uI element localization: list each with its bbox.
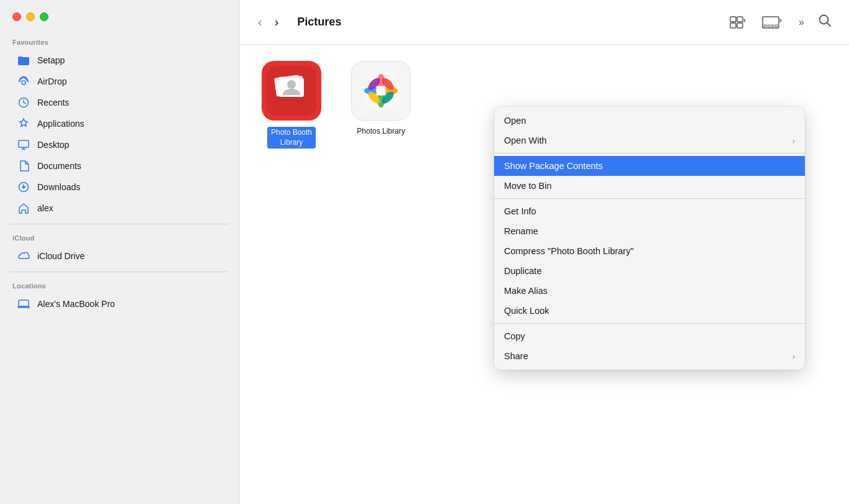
file-photos-label: Photos Library	[357, 127, 405, 135]
svg-rect-14	[771, 25, 774, 27]
sidebar-divider-2	[10, 272, 229, 272]
sidebar-item-macbook-label: Alex's MacBook Pro	[37, 299, 115, 309]
toolbar-nav: ‹ ›	[254, 12, 282, 32]
view-grid-button[interactable]	[727, 13, 749, 32]
svg-rect-4	[19, 140, 29, 147]
sidebar-item-airdrop[interactable]: AirDrop	[5, 71, 234, 91]
context-menu-divider	[494, 153, 805, 153]
sidebar: Favourites Setapp AirDrop	[0, 0, 239, 504]
svg-rect-9	[730, 23, 736, 28]
minimize-button[interactable]	[26, 12, 35, 21]
desktop-icon	[17, 139, 30, 151]
context-menu: OpenOpen With›Show Package ContentsMove …	[494, 107, 805, 370]
maximize-button[interactable]	[40, 12, 48, 21]
svg-rect-10	[737, 23, 743, 28]
photo-booth-icon	[262, 61, 321, 121]
sidebar-item-applications[interactable]: Applications	[5, 114, 234, 134]
svg-point-31	[376, 86, 386, 96]
chevron-right-icon: ›	[792, 136, 795, 145]
context-menu-item-rename[interactable]: Rename	[494, 221, 805, 241]
context-menu-item-label-show-package-contents: Show Package Contents	[504, 161, 603, 171]
file-photo-booth-library[interactable]: Photo BoothLibrary	[254, 60, 329, 149]
sidebar-item-alex[interactable]: alex	[5, 198, 234, 218]
context-menu-divider	[494, 323, 805, 324]
icloud-icon	[17, 250, 30, 262]
documents-icon	[17, 160, 30, 172]
toolbar-title: Pictures	[297, 16, 717, 29]
computer-icon	[17, 298, 30, 310]
photos-icon	[351, 61, 411, 121]
context-menu-item-label-move-to-bin: Move to Bin	[504, 181, 552, 191]
sidebar-section-locations: Locations	[0, 277, 239, 293]
window-controls	[0, 12, 239, 34]
back-button[interactable]: ‹	[254, 12, 266, 32]
context-menu-item-label-duplicate: Duplicate	[504, 266, 541, 276]
sidebar-item-setapp-label: Setapp	[37, 55, 65, 65]
sidebar-item-recents[interactable]: Recents	[5, 93, 234, 112]
sidebar-item-desktop[interactable]: Desktop	[5, 135, 234, 155]
svg-point-21	[287, 80, 296, 89]
svg-point-2	[22, 81, 25, 85]
sidebar-item-desktop-label: Desktop	[37, 140, 69, 150]
context-menu-divider	[494, 198, 805, 199]
context-menu-item-label-rename: Rename	[504, 226, 538, 236]
forward-button[interactable]: ›	[271, 12, 283, 32]
sidebar-section-icloud: iCloud	[0, 229, 239, 245]
sidebar-item-alex-label: alex	[37, 203, 53, 213]
downloads-icon	[17, 181, 30, 193]
sidebar-item-documents[interactable]: Documents	[5, 156, 234, 176]
context-menu-item-duplicate[interactable]: Duplicate	[494, 261, 805, 281]
context-menu-item-open[interactable]: Open	[494, 111, 805, 131]
sidebar-item-applications-label: Applications	[37, 119, 85, 129]
context-menu-item-label-copy: Copy	[504, 331, 525, 341]
context-menu-item-label-compress: Compress "Photo Booth Library"	[504, 246, 634, 256]
recents-icon	[17, 96, 30, 109]
svg-rect-6	[19, 300, 29, 306]
context-menu-item-quick-look[interactable]: Quick Look	[494, 301, 805, 321]
context-menu-item-label-share: Share	[504, 351, 528, 361]
sidebar-item-airdrop-label: AirDrop	[37, 76, 67, 86]
file-area: Photo BoothLibrary	[239, 45, 849, 504]
sidebar-item-setapp[interactable]: Setapp	[5, 50, 234, 70]
photos-icon-wrap	[350, 60, 412, 122]
sidebar-section-favourites: Favourites	[0, 34, 239, 50]
context-menu-item-get-info[interactable]: Get Info	[494, 201, 805, 221]
svg-rect-11	[763, 17, 779, 28]
svg-rect-15	[775, 25, 778, 27]
context-menu-item-open-with[interactable]: Open With›	[494, 131, 805, 150]
svg-rect-13	[768, 25, 770, 27]
file-photos-library[interactable]: Photos Library	[344, 60, 418, 135]
sidebar-item-icloud-drive-label: iCloud Drive	[37, 251, 85, 261]
sidebar-item-icloud-drive[interactable]: iCloud Drive	[5, 246, 234, 266]
sidebar-item-documents-label: Documents	[37, 161, 81, 171]
svg-rect-1	[18, 57, 23, 59]
search-button[interactable]	[815, 11, 834, 34]
context-menu-item-share[interactable]: Share›	[494, 346, 805, 366]
context-menu-item-make-alias[interactable]: Make Alias	[494, 281, 805, 301]
file-photo-booth-label: Photo BoothLibrary	[267, 127, 316, 149]
photo-booth-icon-wrap	[260, 60, 323, 122]
chevron-right-icon: ›	[792, 352, 795, 361]
sidebar-divider-1	[10, 224, 229, 224]
context-menu-item-copy[interactable]: Copy	[494, 326, 805, 346]
sidebar-item-macbook[interactable]: Alex's MacBook Pro	[5, 294, 234, 314]
applications-icon	[17, 117, 30, 130]
main-content: ‹ › Pictures	[239, 0, 849, 504]
sidebar-item-downloads-label: Downloads	[37, 182, 80, 192]
context-menu-item-move-to-bin[interactable]: Move to Bin	[494, 176, 805, 196]
view-gallery-button[interactable]	[759, 13, 787, 32]
home-icon	[17, 202, 30, 214]
svg-rect-7	[730, 17, 736, 22]
airdrop-icon	[17, 75, 30, 88]
svg-rect-12	[764, 25, 766, 27]
close-button[interactable]	[12, 12, 21, 21]
context-menu-item-label-open: Open	[504, 116, 526, 126]
context-menu-item-label-get-info: Get Info	[504, 206, 536, 216]
context-menu-item-label-open-with: Open With	[504, 135, 547, 145]
context-menu-item-label-make-alias: Make Alias	[504, 286, 548, 296]
sidebar-item-downloads[interactable]: Downloads	[5, 177, 234, 197]
context-menu-item-compress[interactable]: Compress "Photo Booth Library"	[494, 241, 805, 261]
toolbar-right: »	[727, 11, 834, 34]
more-button[interactable]: »	[795, 14, 808, 30]
context-menu-item-show-package-contents[interactable]: Show Package Contents	[494, 156, 805, 176]
